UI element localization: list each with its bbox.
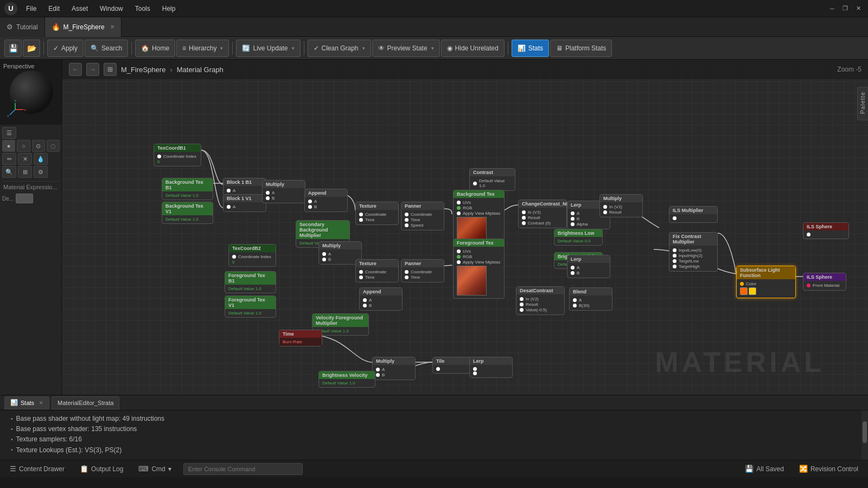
- node-texcoord1[interactable]: TexCoordB1 Coordinate Index 0: [154, 144, 201, 166]
- stats-button[interactable]: 📊 Stats: [512, 40, 549, 57]
- node-blend1[interactable]: Blend A B(30): [569, 287, 612, 311]
- node-block2[interactable]: Block 1 V1 A: [223, 194, 266, 212]
- home-button[interactable]: 🏠 Home: [135, 40, 175, 57]
- tool-sphere1[interactable]: ●: [2, 140, 15, 152]
- grid-button[interactable]: ⊞: [104, 63, 117, 76]
- forward-button[interactable]: →: [86, 63, 99, 76]
- tab-materialeditor[interactable]: MaterialEditor_Strata: [52, 396, 119, 409]
- menu-edit[interactable]: Edit: [45, 4, 63, 14]
- maximize-button[interactable]: ❐: [840, 3, 851, 14]
- liveupdate-button[interactable]: 🔄 Live Update ▾: [236, 40, 300, 57]
- save-button[interactable]: 💾: [4, 40, 22, 57]
- tool-search[interactable]: 🔍: [2, 166, 16, 178]
- node-mul1[interactable]: Multiply A B: [262, 180, 305, 203]
- tool-dropper[interactable]: 💧: [34, 153, 48, 165]
- node-mat-output[interactable]: ILS Sphere Front Material: [803, 273, 846, 291]
- node-append2[interactable]: Append A B: [359, 287, 403, 311]
- stats-tab-close[interactable]: ✕: [39, 400, 43, 406]
- ue-logo[interactable]: U: [4, 2, 17, 15]
- stats-icon: 📊: [518, 44, 526, 52]
- tool-sphere4[interactable]: ◌: [47, 140, 60, 152]
- tab-firesphere[interactable]: 🔥 M_FireSphere ✕: [45, 17, 122, 37]
- node-texcoord2[interactable]: TexCoordB2 Coordinate Index 0: [228, 244, 276, 267]
- node-brightvel[interactable]: Brightness Velocity Default Value 1.0: [318, 371, 375, 388]
- menu-help[interactable]: Help: [159, 4, 179, 14]
- tab-firesphere-icon: 🔥: [52, 23, 60, 31]
- content-drawer-label: Content Drawer: [19, 465, 65, 473]
- minimize-button[interactable]: ─: [827, 3, 838, 14]
- menu-file[interactable]: File: [23, 4, 40, 14]
- tool-sphere2[interactable]: ○: [17, 140, 30, 152]
- node-brightlow[interactable]: Brightness Low Default Value 0.0: [554, 229, 603, 246]
- node-fgtex3[interactable]: Foreground Tex UVs RGB Apply View Mipbia…: [453, 239, 505, 299]
- node-noise1[interactable]: Texture Coordinate Time: [355, 202, 399, 225]
- breadcrumb-firesphere[interactable]: M_FireSphere: [121, 66, 165, 74]
- node-lerp2[interactable]: Lerp A B: [567, 255, 610, 278]
- node-chgcontrast[interactable]: ChangeContrast_NB In (V2) Result Contras…: [518, 200, 567, 228]
- node-block1[interactable]: Block 1 B1 A: [223, 178, 266, 196]
- node-panner2[interactable]: Panner Coordinate Time: [401, 259, 444, 282]
- liveupdate-icon: 🔄: [242, 44, 250, 52]
- svg-text:Z: Z: [7, 114, 9, 118]
- revision-control-button[interactable]: 🔀 Revision Control: [796, 464, 861, 474]
- palette-tab[interactable]: Palette: [857, 87, 868, 120]
- graph-header: ← → ⊞ M_FireSphere › Material Graph Zoom…: [62, 60, 868, 79]
- search-button[interactable]: 🔍 Search: [85, 40, 128, 57]
- graph-canvas[interactable]: ← → ⊞ M_FireSphere › Material Graph Zoom…: [62, 60, 868, 395]
- node-time1[interactable]: Time Burn Rate: [279, 330, 322, 346]
- node-ilsmul[interactable]: ILS Multiplier: [669, 206, 718, 223]
- node-fixconmul[interactable]: Fix Contrast Multiplier InputLow(0) Inpu…: [669, 232, 718, 272]
- menu-tools[interactable]: Tools: [132, 4, 154, 14]
- node-ils[interactable]: ILS Sphere: [803, 222, 849, 239]
- node-lerp3[interactable]: Lerp: [469, 357, 513, 378]
- menu-window[interactable]: Window: [97, 4, 126, 14]
- content-drawer-icon: ☰: [10, 465, 16, 473]
- browse-button[interactable]: 📂: [23, 40, 40, 57]
- console-command-input[interactable]: [183, 463, 303, 475]
- tool-grid[interactable]: ⊞: [18, 166, 32, 178]
- node-bgtex2[interactable]: Background Tex V1 Default Value 1.0: [162, 202, 213, 224]
- panel-tools: ☰ ● ○ ⊙ ◌ ✏ ✕ 💧 🔍 ⊞ ⚙ Material Expressio…: [0, 125, 62, 395]
- home-label: Home: [152, 44, 169, 52]
- tool-pen[interactable]: ✏: [2, 153, 16, 165]
- tool-cross[interactable]: ✕: [18, 153, 32, 165]
- output-log-button[interactable]: 📋 Output Log: [76, 464, 126, 474]
- menu-asset[interactable]: Asset: [68, 4, 91, 14]
- node-noise2[interactable]: Texture Coordinate Time: [355, 259, 399, 282]
- stats-scrollbar[interactable]: [861, 410, 868, 460]
- all-saved-button[interactable]: 💾 All Saved: [742, 464, 787, 474]
- tab-stats[interactable]: 📊 Stats ✕: [4, 396, 49, 409]
- cleangraph-icon: ✓: [314, 44, 319, 52]
- node-append1[interactable]: Append A B: [304, 189, 348, 212]
- viewport-mini: Perspective X Y Z: [0, 60, 62, 125]
- tool-sphere3[interactable]: ⊙: [32, 140, 45, 152]
- node-bgtex1[interactable]: Background Tex B1 Default Value 1.0: [162, 178, 213, 200]
- toolbar-sep-5: [508, 42, 508, 55]
- tab-firesphere-close[interactable]: ✕: [110, 24, 114, 30]
- tool-mode-btn[interactable]: ☰: [2, 127, 16, 139]
- back-button[interactable]: ←: [69, 63, 82, 76]
- cmd-button[interactable]: ⌨ Cmd ▾: [135, 464, 174, 474]
- cleangraph-button[interactable]: ✓ Clean Graph ▾: [308, 40, 371, 57]
- color-swatch[interactable]: [16, 194, 33, 203]
- platformstats-button[interactable]: 🖥 Platform Stats: [550, 40, 612, 57]
- close-button[interactable]: ✕: [853, 3, 864, 14]
- node-desatcontrast[interactable]: DesatContrast In (V2) Result Value(-0.5): [516, 286, 565, 315]
- tab-tutorial[interactable]: ⚙ Tutorial: [0, 17, 45, 37]
- node-subsurface-lightfn[interactable]: Subsurface Light Function Color: [736, 266, 796, 298]
- svg-text:Y: Y: [14, 99, 16, 102]
- node-contrast1[interactable]: Contrast Default Value 1.0: [469, 168, 515, 191]
- tool-gear[interactable]: ⚙: [34, 166, 48, 178]
- apply-button[interactable]: ✓ Apply: [47, 40, 84, 57]
- scroll-thumb[interactable]: [863, 421, 867, 443]
- search-icon: 🔍: [91, 44, 99, 52]
- node-mul6[interactable]: Multiply In (V2) Result: [599, 194, 643, 217]
- node-mul8-bottom[interactable]: Multiply A B: [372, 357, 416, 380]
- node-fgtex2[interactable]: Foreground Tex V1 Default Value 1.0: [225, 296, 276, 318]
- content-drawer-button[interactable]: ☰ Content Drawer: [7, 464, 68, 474]
- node-fgtex1[interactable]: Foreground Tex B1 Default Value 1.0: [225, 271, 276, 293]
- node-panner1[interactable]: Panner Coordinate Time Speed: [401, 202, 444, 230]
- previewstate-button[interactable]: 👁 Preview State ▾: [372, 40, 440, 57]
- hierarchy-button[interactable]: ≡ Hierarchy ▾: [176, 40, 229, 57]
- hideunrelated-button[interactable]: ◉ Hide Unrelated: [441, 40, 505, 57]
